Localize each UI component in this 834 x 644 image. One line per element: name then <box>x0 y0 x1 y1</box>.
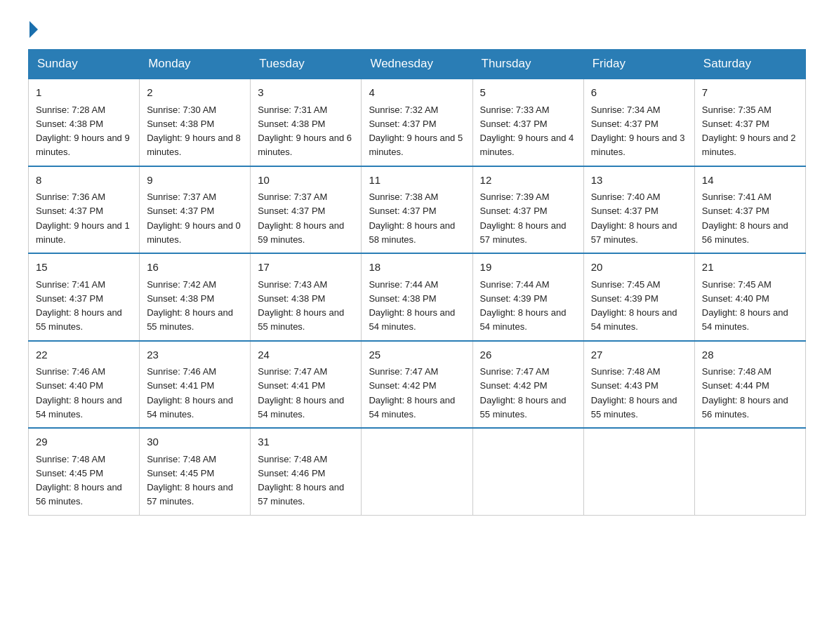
calendar-cell: 24Sunrise: 7:47 AMSunset: 4:41 PMDayligh… <box>251 341 362 429</box>
calendar-cell: 20Sunrise: 7:45 AMSunset: 4:39 PMDayligh… <box>583 253 694 341</box>
calendar-cell <box>583 428 694 515</box>
day-info: Sunrise: 7:41 AMSunset: 4:37 PMDaylight:… <box>36 279 122 333</box>
week-row-2: 8Sunrise: 7:36 AMSunset: 4:37 PMDaylight… <box>29 166 806 254</box>
column-header-monday: Monday <box>140 50 251 79</box>
calendar-cell: 3Sunrise: 7:31 AMSunset: 4:38 PMDaylight… <box>251 79 362 166</box>
calendar-cell: 16Sunrise: 7:42 AMSunset: 4:38 PMDayligh… <box>140 253 251 341</box>
week-row-3: 15Sunrise: 7:41 AMSunset: 4:37 PMDayligh… <box>29 253 806 341</box>
calendar-cell: 18Sunrise: 7:44 AMSunset: 4:38 PMDayligh… <box>362 253 472 341</box>
day-info: Sunrise: 7:47 AMSunset: 4:41 PMDaylight:… <box>258 366 344 420</box>
calendar-cell: 22Sunrise: 7:46 AMSunset: 4:40 PMDayligh… <box>29 341 140 429</box>
calendar-cell: 17Sunrise: 7:43 AMSunset: 4:38 PMDayligh… <box>251 253 362 341</box>
week-row-1: 1Sunrise: 7:28 AMSunset: 4:38 PMDaylight… <box>29 79 806 166</box>
day-info: Sunrise: 7:43 AMSunset: 4:38 PMDaylight:… <box>258 279 344 333</box>
day-number: 8 <box>36 173 132 189</box>
calendar-cell: 29Sunrise: 7:48 AMSunset: 4:45 PMDayligh… <box>29 428 140 515</box>
day-info: Sunrise: 7:45 AMSunset: 4:39 PMDaylight:… <box>591 279 677 333</box>
logo-triangle-icon <box>29 21 38 38</box>
week-row-4: 22Sunrise: 7:46 AMSunset: 4:40 PMDayligh… <box>29 341 806 429</box>
calendar-cell: 5Sunrise: 7:33 AMSunset: 4:37 PMDaylight… <box>472 79 583 166</box>
day-info: Sunrise: 7:41 AMSunset: 4:37 PMDaylight:… <box>702 192 788 245</box>
day-number: 15 <box>36 260 132 276</box>
day-info: Sunrise: 7:32 AMSunset: 4:37 PMDaylight:… <box>369 105 463 158</box>
day-info: Sunrise: 7:33 AMSunset: 4:37 PMDaylight:… <box>480 105 574 158</box>
day-number: 5 <box>480 85 576 101</box>
day-info: Sunrise: 7:48 AMSunset: 4:45 PMDaylight:… <box>36 454 122 507</box>
calendar-cell: 8Sunrise: 7:36 AMSunset: 4:37 PMDaylight… <box>29 166 140 254</box>
logo-blue <box>28 21 38 35</box>
column-header-thursday: Thursday <box>472 50 583 79</box>
column-header-sunday: Sunday <box>29 50 140 79</box>
day-info: Sunrise: 7:48 AMSunset: 4:45 PMDaylight:… <box>147 454 233 507</box>
calendar-cell: 26Sunrise: 7:47 AMSunset: 4:42 PMDayligh… <box>472 341 583 429</box>
day-number: 4 <box>369 85 465 101</box>
calendar-cell: 28Sunrise: 7:48 AMSunset: 4:44 PMDayligh… <box>694 341 805 429</box>
calendar-cell <box>362 428 472 515</box>
calendar-cell: 4Sunrise: 7:32 AMSunset: 4:37 PMDaylight… <box>362 79 472 166</box>
day-number: 11 <box>369 173 465 189</box>
day-number: 3 <box>258 85 354 101</box>
calendar-cell: 15Sunrise: 7:41 AMSunset: 4:37 PMDayligh… <box>29 253 140 341</box>
calendar-cell: 12Sunrise: 7:39 AMSunset: 4:37 PMDayligh… <box>472 166 583 254</box>
day-number: 21 <box>702 260 798 276</box>
calendar-cell: 10Sunrise: 7:37 AMSunset: 4:37 PMDayligh… <box>251 166 362 254</box>
calendar-cell <box>472 428 583 515</box>
calendar-cell: 23Sunrise: 7:46 AMSunset: 4:41 PMDayligh… <box>140 341 251 429</box>
day-info: Sunrise: 7:40 AMSunset: 4:37 PMDaylight:… <box>591 192 677 245</box>
day-number: 24 <box>258 347 354 363</box>
day-number: 28 <box>702 347 798 363</box>
day-info: Sunrise: 7:48 AMSunset: 4:43 PMDaylight:… <box>591 366 677 420</box>
day-number: 7 <box>702 85 798 101</box>
day-info: Sunrise: 7:36 AMSunset: 4:37 PMDaylight:… <box>36 192 130 245</box>
calendar-cell: 6Sunrise: 7:34 AMSunset: 4:37 PMDaylight… <box>583 79 694 166</box>
day-info: Sunrise: 7:46 AMSunset: 4:40 PMDaylight:… <box>36 366 122 420</box>
day-number: 23 <box>147 347 243 363</box>
column-header-tuesday: Tuesday <box>251 50 362 79</box>
calendar-cell: 21Sunrise: 7:45 AMSunset: 4:40 PMDayligh… <box>694 253 805 341</box>
day-info: Sunrise: 7:37 AMSunset: 4:37 PMDaylight:… <box>258 192 344 245</box>
day-number: 6 <box>591 85 687 101</box>
day-number: 13 <box>591 173 687 189</box>
day-info: Sunrise: 7:38 AMSunset: 4:37 PMDaylight:… <box>369 192 455 245</box>
day-info: Sunrise: 7:30 AMSunset: 4:38 PMDaylight:… <box>147 105 241 158</box>
day-number: 2 <box>147 85 243 101</box>
calendar-cell: 31Sunrise: 7:48 AMSunset: 4:46 PMDayligh… <box>251 428 362 515</box>
calendar-cell: 30Sunrise: 7:48 AMSunset: 4:45 PMDayligh… <box>140 428 251 515</box>
calendar-header-row: SundayMondayTuesdayWednesdayThursdayFrid… <box>29 50 806 79</box>
day-info: Sunrise: 7:47 AMSunset: 4:42 PMDaylight:… <box>369 366 455 420</box>
day-number: 31 <box>258 434 354 450</box>
day-info: Sunrise: 7:35 AMSunset: 4:37 PMDaylight:… <box>702 105 796 158</box>
calendar-cell <box>694 428 805 515</box>
day-info: Sunrise: 7:28 AMSunset: 4:38 PMDaylight:… <box>36 105 130 158</box>
day-info: Sunrise: 7:44 AMSunset: 4:38 PMDaylight:… <box>369 279 455 333</box>
day-number: 16 <box>147 260 243 276</box>
day-number: 1 <box>36 85 132 101</box>
calendar-cell: 7Sunrise: 7:35 AMSunset: 4:37 PMDaylight… <box>694 79 805 166</box>
day-info: Sunrise: 7:48 AMSunset: 4:44 PMDaylight:… <box>702 366 788 420</box>
calendar-cell: 25Sunrise: 7:47 AMSunset: 4:42 PMDayligh… <box>362 341 472 429</box>
day-number: 25 <box>369 347 465 363</box>
day-number: 27 <box>591 347 687 363</box>
calendar-cell: 9Sunrise: 7:37 AMSunset: 4:37 PMDaylight… <box>140 166 251 254</box>
day-info: Sunrise: 7:45 AMSunset: 4:40 PMDaylight:… <box>702 279 788 333</box>
day-number: 17 <box>258 260 354 276</box>
day-number: 26 <box>480 347 576 363</box>
calendar-table: SundayMondayTuesdayWednesdayThursdayFrid… <box>28 49 806 516</box>
day-info: Sunrise: 7:42 AMSunset: 4:38 PMDaylight:… <box>147 279 233 333</box>
day-number: 19 <box>480 260 576 276</box>
day-info: Sunrise: 7:48 AMSunset: 4:46 PMDaylight:… <box>258 454 344 507</box>
day-number: 20 <box>591 260 687 276</box>
logo <box>28 21 38 35</box>
column-header-saturday: Saturday <box>694 50 805 79</box>
column-header-friday: Friday <box>583 50 694 79</box>
calendar-cell: 1Sunrise: 7:28 AMSunset: 4:38 PMDaylight… <box>29 79 140 166</box>
calendar-cell: 13Sunrise: 7:40 AMSunset: 4:37 PMDayligh… <box>583 166 694 254</box>
calendar-cell: 27Sunrise: 7:48 AMSunset: 4:43 PMDayligh… <box>583 341 694 429</box>
column-header-wednesday: Wednesday <box>362 50 472 79</box>
day-number: 14 <box>702 173 798 189</box>
day-number: 12 <box>480 173 576 189</box>
day-number: 10 <box>258 173 354 189</box>
day-info: Sunrise: 7:46 AMSunset: 4:41 PMDaylight:… <box>147 366 233 420</box>
day-info: Sunrise: 7:31 AMSunset: 4:38 PMDaylight:… <box>258 105 352 158</box>
page-header <box>28 21 806 35</box>
